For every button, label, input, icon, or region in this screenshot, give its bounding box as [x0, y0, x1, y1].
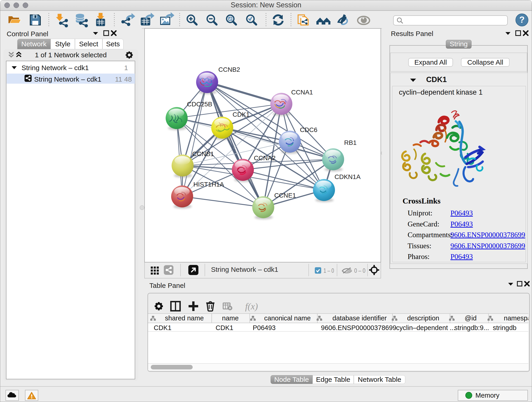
svg-text:9606.ENSP00000378699: 9606.ENSP00000378699 [321, 324, 396, 332]
svg-text:description: description [407, 314, 439, 322]
svg-text:P06493: P06493 [253, 324, 276, 332]
svg-text:CDK1: CDK1 [233, 111, 250, 118]
svg-text:stringdb:9...: stringdb:9... [454, 324, 489, 332]
svg-text:database identifier: database identifier [332, 314, 387, 322]
svg-text:CCNA1: CCNA1 [291, 89, 313, 96]
svg-text:CDC6: CDC6 [300, 126, 317, 133]
svg-text:CCNB2: CCNB2 [218, 66, 240, 73]
svg-text:cyclin–dependent ...: cyclin–dependent ... [396, 324, 455, 332]
svg-text:namespac: namespac [504, 314, 528, 322]
svg-text:?: ? [519, 15, 525, 25]
svg-text:CDKN1A: CDKN1A [335, 173, 361, 180]
svg-text:f(x): f(x) [245, 301, 258, 312]
svg-text:CCNB1: CCNB1 [192, 150, 214, 157]
svg-text:CDK1: CDK1 [154, 324, 171, 332]
svg-text:CDC25B: CDC25B [187, 101, 212, 108]
svg-text:shared name: shared name [165, 314, 204, 322]
svg-text:CCNE1: CCNE1 [274, 192, 296, 199]
svg-text:CCNA2: CCNA2 [254, 154, 276, 162]
svg-text:canonical name: canonical name [264, 314, 311, 322]
svg-text:CDK1: CDK1 [215, 324, 233, 332]
svg-text:HIST1H1A: HIST1H1A [193, 181, 224, 188]
svg-text:0 – 0: 0 – 0 [354, 267, 365, 274]
svg-text:stringdb: stringdb [493, 324, 516, 332]
svg-text:RB1: RB1 [344, 139, 356, 146]
svg-text:1 – 0: 1 – 0 [323, 267, 334, 274]
svg-text:@id: @id [465, 314, 476, 322]
svg-text:name: name [222, 314, 239, 322]
